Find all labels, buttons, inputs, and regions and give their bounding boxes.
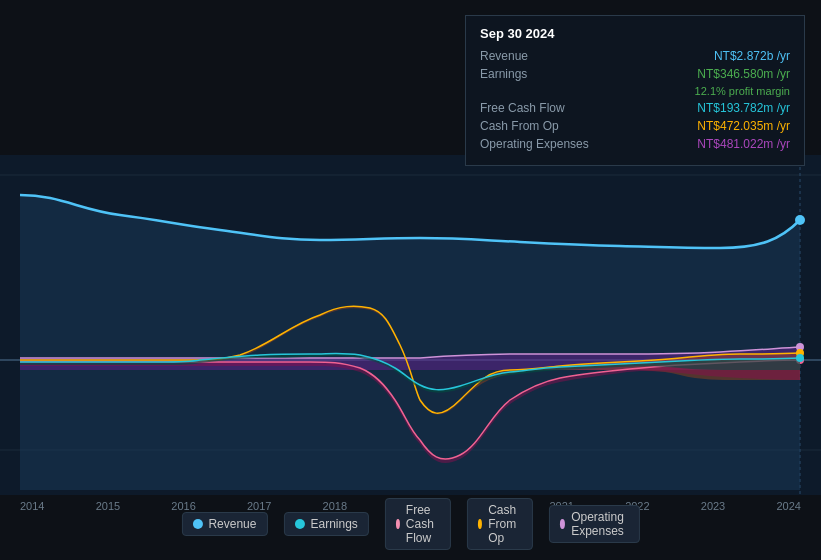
tooltip-label-opex: Operating Expenses [480,137,610,151]
tooltip-value-revenue: NT$2.872b /yr [714,49,790,63]
tooltip-value-opex: NT$481.022m /yr [697,137,790,151]
tooltip-value-fcf: NT$193.782m /yr [697,101,790,115]
legend-item-cashfromop[interactable]: Cash From Op [467,498,533,550]
svg-point-5 [795,215,805,225]
tooltip-date: Sep 30 2024 [480,26,790,41]
legend-label-revenue: Revenue [208,517,256,531]
legend-item-revenue[interactable]: Revenue [181,512,267,536]
legend-item-earnings[interactable]: Earnings [283,512,368,536]
profit-margin-row: 12.1% profit margin [480,85,790,97]
legend-label-earnings: Earnings [310,517,357,531]
x-label-2015: 2015 [96,500,120,512]
tooltip-row-opex: Operating Expenses NT$481.022m /yr [480,137,790,151]
legend-label-opex: Operating Expenses [571,510,628,538]
x-label-2023: 2023 [701,500,725,512]
tooltip-box: Sep 30 2024 Revenue NT$2.872b /yr Earnin… [465,15,805,166]
tooltip-row-fcf: Free Cash Flow NT$193.782m /yr [480,101,790,115]
tooltip-label-earnings: Earnings [480,67,610,81]
tooltip-value-cashfromop: NT$472.035m /yr [697,119,790,133]
chart-container: Sep 30 2024 Revenue NT$2.872b /yr Earnin… [0,0,821,560]
legend-dot-opex [560,519,565,529]
tooltip-row-revenue: Revenue NT$2.872b /yr [480,49,790,63]
legend-dot-cashfromop [478,519,482,529]
tooltip-label-cashfromop: Cash From Op [480,119,610,133]
x-label-2024: 2024 [776,500,800,512]
tooltip-label-fcf: Free Cash Flow [480,101,610,115]
tooltip-row-earnings: Earnings NT$346.580m /yr [480,67,790,81]
legend-item-opex[interactable]: Operating Expenses [549,505,640,543]
legend-label-fcf: Free Cash Flow [406,503,440,545]
legend-item-fcf[interactable]: Free Cash Flow [385,498,451,550]
legend-dot-earnings [294,519,304,529]
tooltip-value-earnings: NT$346.580m /yr [697,67,790,81]
profit-margin-text: 12.1% profit margin [695,85,790,97]
x-label-2014: 2014 [20,500,44,512]
legend-dot-revenue [192,519,202,529]
legend-dot-fcf [396,519,400,529]
tooltip-label-revenue: Revenue [480,49,610,63]
legend: Revenue Earnings Free Cash Flow Cash Fro… [181,498,639,550]
tooltip-row-cashfromop: Cash From Op NT$472.035m /yr [480,119,790,133]
svg-point-10 [796,354,804,362]
legend-label-cashfromop: Cash From Op [488,503,522,545]
